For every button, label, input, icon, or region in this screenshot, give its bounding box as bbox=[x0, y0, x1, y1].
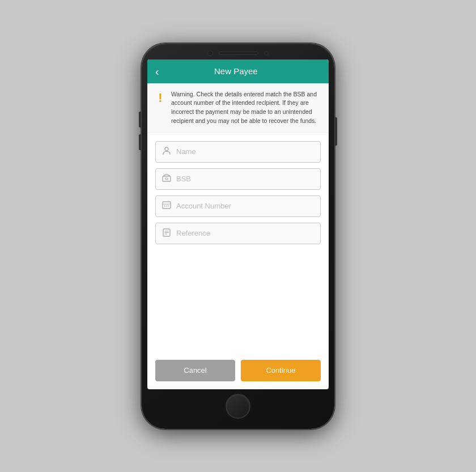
account-number-icon: 123 bbox=[162, 201, 172, 211]
warning-message: Warning. Check the details entered match… bbox=[171, 90, 321, 126]
reference-input[interactable] bbox=[176, 229, 314, 237]
warning-box: ! Warning. Check the details entered mat… bbox=[147, 83, 329, 133]
bsb-input-row bbox=[155, 168, 321, 190]
bsb-icon bbox=[162, 174, 172, 184]
earpiece-speaker bbox=[219, 52, 258, 55]
form-area: 123 bbox=[147, 133, 329, 360]
account-number-input[interactable] bbox=[176, 202, 314, 210]
home-button[interactable] bbox=[226, 394, 250, 419]
cancel-button[interactable]: Cancel bbox=[155, 360, 235, 381]
warning-icon: ! bbox=[155, 91, 165, 105]
volume-down-button bbox=[139, 134, 141, 150]
reference-input-row bbox=[155, 223, 321, 244]
phone-device: ‹ New Payee ! Warning. Check the details… bbox=[142, 44, 334, 429]
svg-point-0 bbox=[165, 147, 168, 151]
action-buttons: Cancel Continue bbox=[147, 360, 329, 389]
proximity-sensor bbox=[264, 51, 269, 56]
account-number-input-row: 123 bbox=[155, 195, 321, 217]
phone-bottom-bar bbox=[147, 394, 329, 419]
phone-screen: ‹ New Payee ! Warning. Check the details… bbox=[147, 59, 329, 389]
front-camera bbox=[207, 50, 213, 56]
bsb-input[interactable] bbox=[176, 175, 314, 183]
app-header: ‹ New Payee bbox=[147, 59, 329, 83]
continue-button[interactable]: Continue bbox=[241, 360, 321, 381]
power-button bbox=[335, 117, 337, 146]
name-input[interactable] bbox=[176, 147, 314, 156]
reference-icon bbox=[162, 228, 172, 239]
screen-title: New Payee bbox=[165, 66, 307, 76]
svg-rect-1 bbox=[163, 176, 171, 181]
name-icon bbox=[162, 146, 172, 157]
phone-top-bar bbox=[147, 50, 329, 56]
name-input-row bbox=[155, 141, 321, 163]
volume-up-button bbox=[139, 112, 141, 127]
svg-rect-2 bbox=[165, 178, 168, 180]
back-button[interactable]: ‹ bbox=[155, 66, 159, 77]
